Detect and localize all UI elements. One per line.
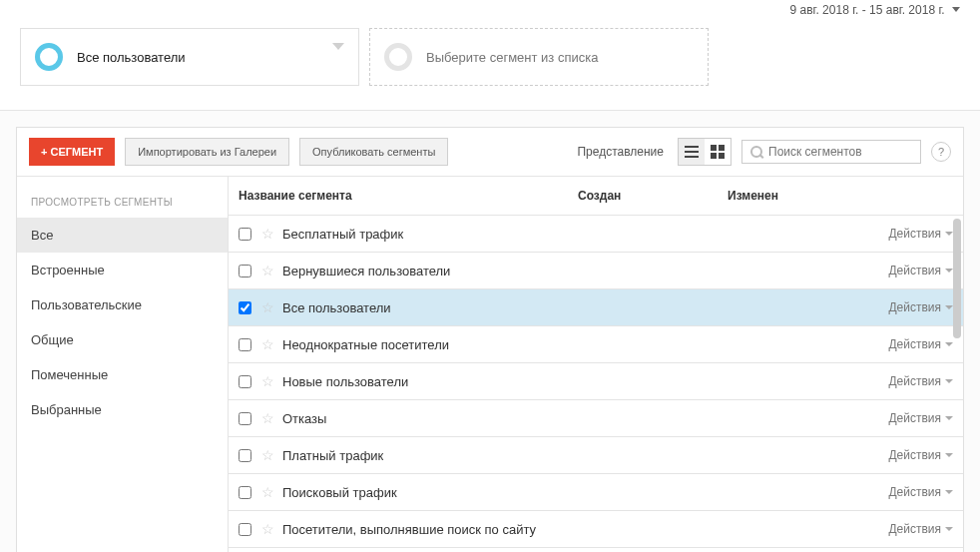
- chevron-down-icon: [945, 453, 953, 457]
- chevron-down-icon: [945, 416, 953, 420]
- segment-name: Платный трафик: [282, 448, 888, 463]
- add-segment-button[interactable]: + СЕГМЕНТ: [29, 138, 115, 166]
- col-header-name[interactable]: Название сегмента: [229, 177, 568, 215]
- actions-label: Действия: [888, 485, 941, 499]
- sidebar-item[interactable]: Пользовательские: [17, 287, 228, 322]
- search-box[interactable]: [741, 140, 921, 164]
- chevron-down-icon: [945, 269, 953, 273]
- actions-label: Действия: [888, 264, 941, 277]
- row-actions-menu[interactable]: Действия: [888, 411, 953, 425]
- col-header-created[interactable]: Создан: [568, 177, 718, 215]
- table-row[interactable]: ☆ОтказыДействия: [229, 400, 963, 437]
- segments-table: Название сегмента Создан Изменен ☆Беспла…: [229, 177, 963, 552]
- row-actions-menu[interactable]: Действия: [888, 264, 953, 277]
- segment-name: Вернувшиеся пользователи: [282, 264, 888, 278]
- segment-name: Все пользователи: [282, 300, 888, 315]
- date-range-text: 9 авг. 2018 г. - 15 авг. 2018 г.: [789, 3, 944, 14]
- row-actions-menu[interactable]: Действия: [888, 448, 953, 462]
- sidebar-item[interactable]: Общие: [17, 322, 228, 357]
- view-toggle: [678, 138, 732, 166]
- row-actions-menu[interactable]: Действия: [888, 374, 953, 388]
- row-checkbox[interactable]: [239, 375, 251, 388]
- chevron-down-icon: [945, 342, 953, 346]
- row-actions-menu[interactable]: Действия: [888, 485, 953, 499]
- row-actions-menu[interactable]: Действия: [888, 300, 953, 314]
- row-checkbox[interactable]: [239, 338, 251, 351]
- row-checkbox[interactable]: [239, 228, 251, 241]
- segment-name: Новые пользователи: [282, 374, 888, 389]
- segment-name: Отказы: [282, 411, 888, 426]
- segment-name: Поисковый трафик: [282, 485, 888, 500]
- star-icon[interactable]: ☆: [261, 373, 274, 389]
- segment-name: Посетители, выполнявшие поиск по сайту: [282, 522, 888, 537]
- chevron-down-icon: [945, 232, 953, 236]
- star-icon[interactable]: ☆: [261, 336, 274, 352]
- chevron-down-icon: [952, 7, 960, 12]
- table-row[interactable]: ☆Посетители, выполнявшие поиск по сайтуД…: [229, 511, 963, 548]
- actions-label: Действия: [888, 300, 941, 314]
- star-icon[interactable]: ☆: [261, 447, 274, 463]
- table-row[interactable]: ☆Новые пользователиДействия: [229, 363, 963, 400]
- actions-label: Действия: [888, 522, 941, 536]
- date-range-picker[interactable]: 9 авг. 2018 г. - 15 авг. 2018 г.: [20, 0, 960, 14]
- table-row[interactable]: ☆Неоднократные посетителиДействия: [229, 326, 963, 363]
- table-header-row: Название сегмента Создан Изменен: [229, 177, 963, 216]
- row-checkbox[interactable]: [239, 449, 251, 462]
- publish-segments-button[interactable]: Опубликовать сегменты: [299, 138, 448, 166]
- list-icon: [685, 146, 699, 158]
- row-checkbox[interactable]: [239, 412, 251, 425]
- active-segment-label: Все пользователи: [77, 50, 186, 65]
- add-segment-chip[interactable]: Выберите сегмент из списка: [369, 28, 709, 86]
- list-view-button[interactable]: [679, 139, 705, 165]
- actions-label: Действия: [888, 227, 941, 241]
- chevron-down-icon: [945, 490, 953, 494]
- chevron-down-icon: [945, 527, 953, 531]
- search-icon: [750, 146, 762, 158]
- grid-icon: [711, 145, 725, 159]
- star-icon[interactable]: ☆: [261, 263, 274, 278]
- star-icon[interactable]: ☆: [261, 410, 274, 426]
- row-actions-menu[interactable]: Действия: [888, 337, 953, 351]
- actions-label: Действия: [888, 411, 941, 425]
- row-actions-menu[interactable]: Действия: [888, 227, 953, 241]
- sidebar-item[interactable]: Выбранные: [17, 392, 228, 427]
- row-actions-menu[interactable]: Действия: [888, 522, 953, 536]
- view-label: Представление: [577, 145, 664, 159]
- search-input[interactable]: [768, 145, 912, 159]
- segment-name: Бесплатный трафик: [282, 227, 888, 242]
- star-icon[interactable]: ☆: [261, 299, 274, 315]
- grid-view-button[interactable]: [705, 139, 731, 165]
- segment-circle-icon: [35, 43, 63, 71]
- actions-label: Действия: [888, 448, 941, 462]
- chevron-down-icon: [945, 305, 953, 309]
- sidebar-header: ПРОСМОТРЕТЬ СЕГМЕНТЫ: [17, 197, 228, 218]
- row-checkbox[interactable]: [239, 523, 251, 536]
- add-segment-label: Выберите сегмент из списка: [426, 50, 598, 65]
- table-row[interactable]: ☆Поисковый трафикДействия: [229, 474, 963, 511]
- actions-label: Действия: [888, 374, 941, 388]
- chevron-down-icon: [945, 379, 953, 383]
- star-icon[interactable]: ☆: [261, 226, 274, 242]
- sidebar-item[interactable]: Помеченные: [17, 357, 228, 392]
- chevron-down-icon: [332, 43, 344, 50]
- help-button[interactable]: ?: [931, 142, 951, 162]
- col-header-modified[interactable]: Изменен: [718, 177, 867, 215]
- row-checkbox[interactable]: [239, 265, 251, 277]
- row-checkbox[interactable]: [239, 486, 251, 499]
- sidebar-item[interactable]: Все: [17, 218, 228, 253]
- import-gallery-button[interactable]: Импортировать из Галереи: [125, 138, 289, 166]
- active-segment-chip[interactable]: Все пользователи: [20, 28, 359, 86]
- segment-name: Неоднократные посетители: [282, 337, 888, 352]
- star-icon[interactable]: ☆: [261, 484, 274, 500]
- table-row[interactable]: ☆Все пользователиДействия: [229, 289, 963, 326]
- table-row[interactable]: ☆Платный трафикДействия: [229, 437, 963, 474]
- row-checkbox[interactable]: [239, 301, 251, 314]
- table-row[interactable]: ☆Вернувшиеся пользователиДействия: [229, 253, 963, 289]
- sidebar-item[interactable]: Встроенные: [17, 253, 228, 287]
- scrollbar-thumb[interactable]: [953, 219, 961, 338]
- segments-sidebar: ПРОСМОТРЕТЬ СЕГМЕНТЫ ВсеВстроенныеПользо…: [17, 177, 229, 552]
- table-row[interactable]: ☆Бесплатный трафикДействия: [229, 216, 963, 253]
- star-icon[interactable]: ☆: [261, 521, 274, 537]
- col-header-actions: [867, 177, 963, 215]
- segment-circle-icon: [384, 43, 412, 71]
